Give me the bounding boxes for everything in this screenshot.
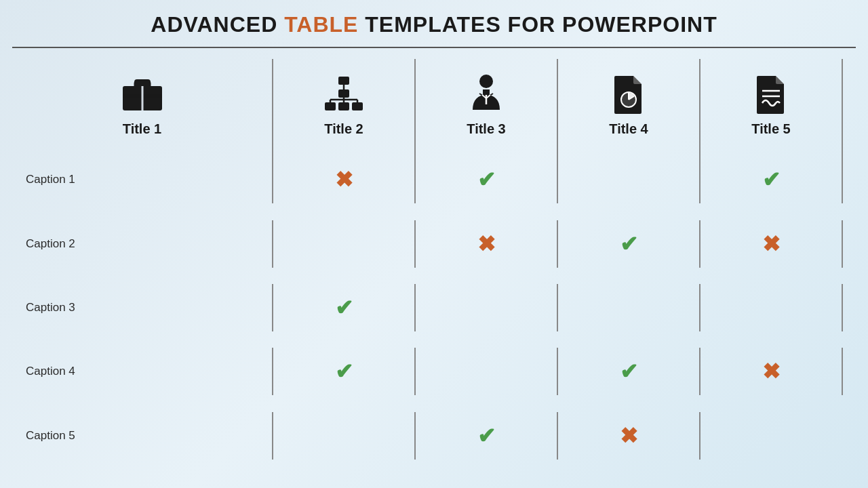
cross-mark: ✖: [335, 169, 353, 190]
caption-cell: Caption 2: [12, 220, 273, 268]
page-header: ADVANCED TABLE TEMPLATES FOR POWERPOINT: [12, 0, 856, 48]
data-cell: [416, 348, 558, 395]
person-icon: [466, 74, 507, 115]
data-cell: ✖: [558, 412, 701, 460]
check-mark: ✔: [620, 233, 638, 255]
check-mark: ✔: [335, 297, 353, 319]
cross-mark: ✖: [477, 233, 496, 255]
col-title-4: Title 4: [609, 121, 648, 137]
data-cell: [416, 284, 558, 331]
col-header-1: Title 1: [12, 59, 273, 156]
col-header-4: Title 4: [558, 59, 701, 156]
col-header-3: Title 3: [416, 59, 558, 156]
check-mark: ✔: [477, 425, 496, 447]
caption-text: Caption 1: [26, 173, 75, 186]
col-title-2: Title 2: [324, 121, 363, 137]
data-cell: ✔: [701, 156, 843, 203]
page-wrapper: ADVANCED TABLE TEMPLATES FOR POWERPOINT: [0, 0, 868, 488]
caption-text: Caption 4: [26, 365, 75, 378]
table-container: Title 1: [12, 59, 856, 476]
caption-text: Caption 5: [26, 429, 75, 443]
check-mark: ✔: [762, 169, 781, 190]
org-chart-icon: [323, 74, 364, 115]
data-cell: [273, 220, 416, 268]
col-title-1: Title 1: [123, 121, 161, 137]
caption-cell: Caption 1: [12, 156, 273, 203]
cross-mark: ✖: [762, 361, 781, 382]
data-cell: ✖: [701, 220, 843, 268]
data-cell: ✖: [273, 156, 416, 203]
data-cell: ✖: [701, 348, 843, 395]
briefcase-icon: [122, 74, 163, 115]
caption-cell: Caption 3: [12, 284, 273, 331]
caption-text: Caption 3: [26, 301, 75, 314]
svg-rect-10: [325, 102, 336, 110]
data-cell: ✔: [558, 348, 701, 395]
data-cell: [701, 412, 843, 460]
data-cell: [558, 156, 701, 203]
page-title: ADVANCED TABLE TEMPLATES FOR POWERPOINT: [19, 12, 849, 37]
col-header-5: Title 5: [701, 59, 843, 156]
col-title-5: Title 5: [751, 121, 790, 137]
caption-cell: Caption 4: [12, 348, 273, 395]
caption-text: Caption 2: [26, 237, 75, 251]
svg-rect-9: [338, 89, 349, 98]
table-grid: Title 1: [12, 59, 856, 476]
check-mark: ✔: [335, 361, 353, 382]
cross-mark: ✖: [620, 425, 638, 447]
svg-rect-12: [352, 102, 363, 110]
col-header-2: Title 2: [273, 59, 416, 156]
file-sign-icon: [751, 74, 791, 115]
caption-cell: Caption 5: [12, 412, 273, 460]
data-cell: ✖: [416, 220, 558, 268]
svg-rect-11: [338, 102, 349, 110]
svg-point-19: [479, 75, 493, 88]
data-cell: ✔: [416, 156, 558, 203]
file-chart-icon: [608, 74, 649, 115]
check-mark: ✔: [620, 361, 638, 382]
data-cell: ✔: [273, 348, 416, 395]
cross-mark: ✖: [762, 233, 781, 255]
data-cell: ✔: [558, 220, 701, 268]
svg-rect-8: [338, 77, 349, 85]
data-cell: ✔: [416, 412, 558, 460]
data-cell: [558, 284, 701, 331]
data-cell: [273, 412, 416, 460]
check-mark: ✔: [477, 169, 496, 190]
data-cell: ✔: [273, 284, 416, 331]
col-title-3: Title 3: [467, 121, 505, 137]
data-cell: [701, 284, 843, 331]
